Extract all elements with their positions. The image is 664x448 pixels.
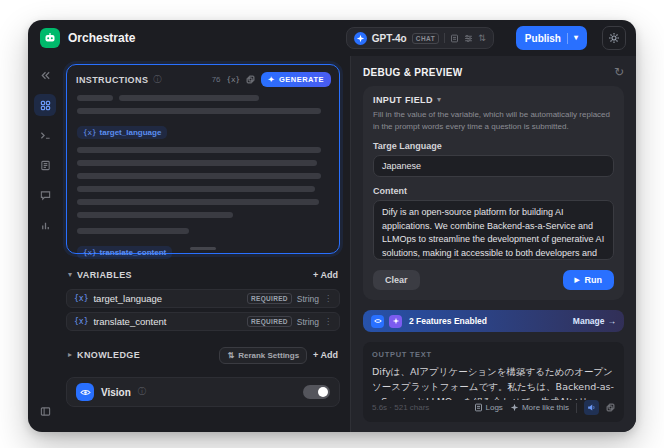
content-label: Content xyxy=(373,186,614,196)
debug-header: DEBUG & PREVIEW ↻ xyxy=(363,66,624,78)
output-text: Difyは、AIアプリケーションを構築するためのオープンソースプラットフォームで… xyxy=(372,365,615,400)
variable-name: target_language xyxy=(100,128,162,137)
variable-prefix: {x} xyxy=(74,294,88,303)
skeleton-line xyxy=(77,108,321,114)
model-name: GPT-4o xyxy=(372,33,407,44)
chevron-right-icon: ▸ xyxy=(68,351,72,359)
manage-features-link[interactable]: Manage → xyxy=(573,316,616,326)
variable-name: translate_content xyxy=(93,316,166,327)
model-selector[interactable]: GPT-4o CHAT ⇅ xyxy=(346,27,494,49)
publish-button[interactable]: Publish ▾ xyxy=(516,26,587,50)
feature-more-like-this-icon xyxy=(389,315,402,328)
rerank-settings-button[interactable]: ⇅ Rerank Settings xyxy=(219,347,307,364)
chevron-down-icon: ▾ xyxy=(574,34,578,42)
title-bar: Orchestrate GPT-4o CHAT ⇅ Publish ▾ xyxy=(28,20,636,56)
sparkle-icon xyxy=(510,403,519,412)
char-count: 76 xyxy=(212,75,221,84)
generate-label: GENERATE xyxy=(279,75,324,84)
info-icon: ⓘ xyxy=(153,76,161,84)
input-field-header[interactable]: INPUT FIELD ▾ xyxy=(373,95,614,105)
speaker-icon[interactable] xyxy=(584,400,599,415)
sliders-icon: ⇅ xyxy=(227,351,234,360)
required-badge: REQUIRED xyxy=(247,293,292,304)
skeleton-line xyxy=(119,95,259,101)
toggle-panel-icon[interactable] xyxy=(34,400,56,422)
output-meta: 5.6s · 521 chars xyxy=(372,403,429,412)
features-label: 2 Features Enabled xyxy=(409,316,487,326)
manage-label: Manage xyxy=(573,316,605,326)
toggle-knob xyxy=(318,387,328,397)
chevron-down-icon: ▾ xyxy=(437,96,441,104)
app-body: INSTRUCTIONS ⓘ 76 {x} ✦ GENERATE xyxy=(28,56,636,432)
nav-logs-icon[interactable] xyxy=(34,154,56,176)
debug-actions: Clear ▶ Run xyxy=(373,270,614,290)
variable-row-translate-content[interactable]: {x} translate_content REQUIRED String ⋮ xyxy=(66,312,340,331)
copy-icon[interactable] xyxy=(246,75,255,84)
app-settings-button[interactable] xyxy=(602,26,626,50)
input-field-title: INPUT FIELD xyxy=(373,95,433,105)
collapse-sidebar-icon[interactable] xyxy=(34,64,56,86)
clear-button[interactable]: Clear xyxy=(373,270,420,290)
variable-type: String xyxy=(297,294,319,304)
variable-menu-icon[interactable]: ⋮ xyxy=(324,317,332,326)
generate-button[interactable]: ✦ GENERATE xyxy=(261,72,331,87)
variable-menu-icon[interactable]: ⋮ xyxy=(324,294,332,303)
variable-prefix: {x} xyxy=(83,248,97,257)
more-like-this-button[interactable]: More like this xyxy=(510,403,569,412)
nav-orchestrate-icon[interactable] xyxy=(34,94,56,116)
publish-label: Publish xyxy=(525,33,561,44)
model-mode-badge: CHAT xyxy=(412,33,440,44)
app-window: Orchestrate GPT-4o CHAT ⇅ Publish ▾ xyxy=(28,20,636,432)
vision-toggle[interactable] xyxy=(303,385,330,399)
skeleton-line xyxy=(77,95,113,101)
settings-sliders-icon[interactable] xyxy=(464,34,473,43)
divider xyxy=(444,33,445,43)
features-enabled-bar[interactable]: 2 Features Enabled Manage → xyxy=(363,310,624,332)
logs-icon xyxy=(474,403,483,412)
run-label: Run xyxy=(585,275,603,285)
prompt-log-icon[interactable] xyxy=(450,34,459,43)
resize-handle[interactable] xyxy=(190,247,216,250)
debug-preview-panel: DEBUG & PREVIEW ↻ INPUT FIELD ▾ Fill in … xyxy=(350,56,636,432)
copy-output-icon[interactable] xyxy=(606,403,615,412)
insert-variable-icon[interactable]: {x} xyxy=(227,75,241,84)
divider xyxy=(576,403,577,413)
app-logo-icon[interactable] xyxy=(40,28,60,48)
input-field-description: Fill in the value of the variable, which… xyxy=(373,109,614,132)
input-field-card: INPUT FIELD ▾ Fill in the value of the v… xyxy=(363,86,624,300)
instructions-title: INSTRUCTIONS xyxy=(76,75,148,85)
knowledge-header[interactable]: ▸ KNOWLEDGE ⇅ Rerank Settings + Add xyxy=(66,345,340,365)
rerank-label: Rerank Settings xyxy=(238,351,299,360)
skeleton-line xyxy=(77,186,315,192)
model-provider-icon xyxy=(354,32,367,45)
instructions-editor[interactable]: INSTRUCTIONS ⓘ 76 {x} ✦ GENERATE xyxy=(66,64,340,254)
target-language-input[interactable]: Japanese xyxy=(373,155,614,177)
logs-button[interactable]: Logs xyxy=(474,403,503,412)
vision-card: Vision ⓘ xyxy=(66,377,340,407)
variable-prefix: {x} xyxy=(83,128,97,137)
skeleton-line xyxy=(77,212,233,218)
nav-annotation-icon[interactable] xyxy=(34,184,56,206)
required-badge: REQUIRED xyxy=(247,316,292,327)
target-language-label: Targe Language xyxy=(373,141,614,151)
add-knowledge-button[interactable]: + Add xyxy=(313,350,338,360)
skeleton-line xyxy=(77,147,321,153)
variable-prefix: {x} xyxy=(74,317,88,326)
eye-icon xyxy=(76,383,94,401)
refresh-icon[interactable]: ↻ xyxy=(614,66,624,78)
orchestrate-panel: INSTRUCTIONS ⓘ 76 {x} ✦ GENERATE xyxy=(62,56,350,432)
variable-chip-translate-content[interactable]: {x} translate_content xyxy=(77,246,172,259)
divider xyxy=(567,33,568,44)
logs-label: Logs xyxy=(486,403,503,412)
more-like-this-label: More like this xyxy=(522,403,569,412)
add-variable-button[interactable]: + Add xyxy=(313,270,338,280)
skeleton-line xyxy=(77,160,317,166)
run-button[interactable]: ▶ Run xyxy=(563,270,615,290)
nav-monitoring-icon[interactable] xyxy=(34,214,56,236)
variable-type: String xyxy=(297,317,319,327)
variable-row-target-language[interactable]: {x} target_language REQUIRED String ⋮ xyxy=(66,289,340,308)
variable-chip-target-language[interactable]: {x} target_language xyxy=(77,126,167,139)
content-textarea[interactable]: Dify is an open-source platform for buil… xyxy=(373,200,614,260)
nav-api-terminal-icon[interactable] xyxy=(34,124,56,146)
swap-model-icon[interactable]: ⇅ xyxy=(478,34,486,43)
